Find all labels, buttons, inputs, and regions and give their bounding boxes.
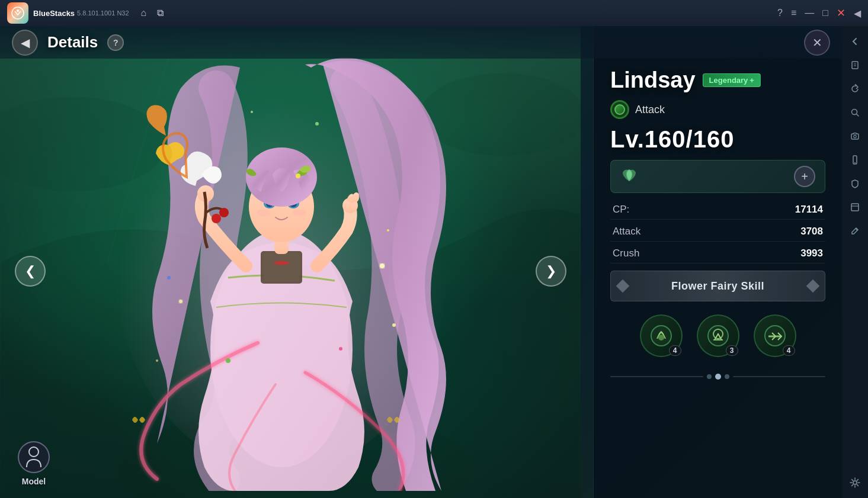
attack-type-icon (610, 100, 629, 119)
svg-point-27 (156, 359, 158, 362)
attack-value: 3708 (800, 226, 823, 237)
prev-character-button[interactable]: ❮ (15, 256, 46, 287)
collapse-icon[interactable]: ◀ (854, 8, 861, 19)
window-controls: ? ≡ — □ ✕ ◀ (777, 7, 861, 20)
sidebar-refresh-button[interactable] (844, 78, 866, 99)
hamburger-icon[interactable]: ≡ (791, 8, 796, 18)
scroll-indicator (610, 370, 825, 383)
window-close-icon[interactable]: ✕ (837, 7, 845, 20)
sidebar-screenshot-button[interactable] (844, 126, 866, 147)
plus-icon: + (801, 170, 808, 184)
close-x-icon: ✕ (812, 36, 822, 50)
character-illustration-container (30, 26, 533, 494)
character-svg (50, 26, 513, 491)
attack-icon-inner (614, 104, 625, 115)
app-logo (7, 2, 28, 24)
fairy-skill-bar[interactable]: Flower Fairy Skill (610, 271, 825, 301)
svg-point-30 (315, 122, 319, 126)
crush-stat-row: Crush 3993 (610, 244, 825, 264)
attack-type-row: Attack (610, 100, 825, 119)
lotus-icon (620, 167, 638, 187)
app-name: BlueStacks (33, 9, 75, 18)
model-button[interactable]: Model (18, 441, 50, 486)
titlebar-icon-group: ⌂ ⧉ (141, 8, 164, 18)
crush-label: Crush (613, 248, 800, 259)
back-arrow-icon: ◀ (21, 36, 30, 50)
right-panel: Lindsay Legendary + Attack Lv.160/160 (593, 26, 842, 498)
attack-type-label: Attack (635, 104, 665, 116)
skill-3-badge: 4 (783, 345, 795, 356)
svg-point-32 (339, 347, 342, 351)
next-character-button[interactable]: ❯ (536, 256, 566, 287)
level-display: Lv.160/160 (610, 126, 825, 153)
help-button[interactable]: ? (107, 34, 124, 51)
sidebar-window-button[interactable] (844, 197, 866, 218)
skill-2-wrapper: 3 (697, 314, 739, 357)
attack-label: Attack (613, 226, 800, 237)
scroll-line-right (733, 376, 826, 377)
crush-value: 3993 (800, 248, 823, 259)
close-button[interactable]: ✕ (804, 30, 830, 56)
diamond-right-icon (806, 279, 820, 293)
home-icon[interactable]: ⌂ (141, 8, 147, 18)
back-button[interactable]: ◀ (12, 30, 38, 56)
page-title: Details (47, 33, 98, 52)
character-name: Lindsay (610, 68, 696, 93)
add-skill-button[interactable]: + (794, 166, 815, 187)
right-sidebar (842, 26, 868, 498)
sidebar-notes-button[interactable] (844, 54, 866, 76)
cp-stat-row: CP: 17114 (610, 200, 825, 220)
svg-rect-43 (851, 134, 859, 139)
svg-point-23 (219, 208, 229, 217)
svg-rect-47 (851, 204, 859, 211)
sidebar-search-button[interactable] (844, 102, 866, 123)
multi-instance-icon[interactable]: ⧉ (157, 8, 164, 18)
svg-point-44 (854, 135, 856, 137)
minimize-icon[interactable]: — (805, 8, 814, 18)
cp-value: 17114 (795, 204, 823, 216)
left-chevron-icon: ❮ (25, 264, 36, 279)
stats-table: CP: 17114 Attack 3708 Crush 3993 (610, 200, 825, 264)
svg-point-46 (854, 162, 856, 163)
skill-icons-row: 4 3 (610, 309, 825, 363)
help-icon[interactable]: ? (777, 8, 783, 18)
attack-stat-row: Attack 3708 (610, 222, 825, 242)
scroll-dot-1 (707, 374, 712, 379)
svg-point-0 (12, 7, 24, 19)
sidebar-settings-button[interactable] (844, 472, 866, 493)
scroll-line-left (610, 376, 703, 377)
level-text: Lv.160/160 (610, 126, 734, 152)
sidebar-rpk-button[interactable] (844, 173, 866, 194)
app-version: 5.8.101.1001 N32 (77, 9, 129, 17)
svg-point-17 (257, 209, 271, 216)
scroll-dot-3 (725, 374, 729, 379)
model-label: Model (22, 477, 46, 486)
svg-point-48 (853, 481, 857, 484)
skill-3-wrapper: 4 (754, 314, 796, 357)
maximize-icon[interactable]: □ (822, 8, 828, 18)
title-bar: BlueStacks 5.8.101.1001 N32 ⌂ ⧉ ? ≡ — □ … (0, 0, 868, 26)
svg-point-33 (167, 276, 171, 279)
svg-point-18 (292, 209, 306, 216)
main-content: ◀ Details ? ✕ ❮ ❯ Model Lindsay (0, 26, 842, 498)
svg-point-31 (226, 358, 230, 363)
svg-rect-41 (852, 62, 858, 69)
svg-point-22 (212, 214, 221, 223)
skill-equip-bar[interactable]: + (610, 160, 825, 193)
svg-point-37 (658, 335, 664, 340)
sidebar-back-button[interactable] (844, 31, 866, 52)
svg-point-26 (380, 264, 385, 268)
svg-point-29 (251, 111, 253, 113)
rarity-plus: + (750, 76, 754, 85)
sidebar-mobile-button[interactable] (844, 149, 866, 171)
fairy-skill-label: Flower Fairy Skill (671, 280, 764, 293)
cp-label: CP: (613, 204, 795, 216)
game-header: ◀ Details ? ✕ (0, 26, 842, 59)
question-mark-icon: ? (113, 38, 118, 47)
skill-1-badge: 4 (669, 345, 681, 356)
svg-rect-8 (264, 253, 299, 281)
scene-background (0, 26, 581, 498)
svg-point-25 (179, 300, 182, 303)
svg-point-1 (17, 9, 19, 12)
sidebar-edit-button[interactable] (844, 220, 866, 242)
